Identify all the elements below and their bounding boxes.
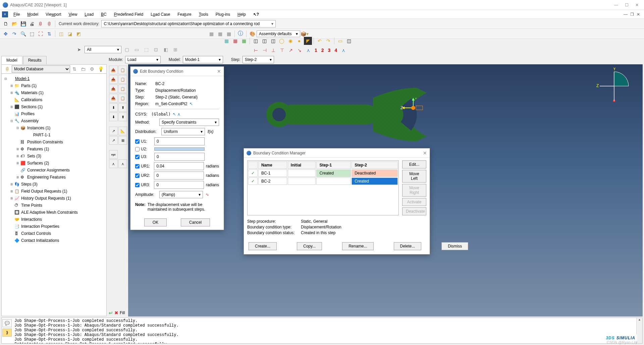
tree-expander-icon[interactable]: ⊞ xyxy=(16,147,20,151)
table-header[interactable]: Name xyxy=(258,161,287,169)
tree-tb3-icon[interactable]: ⚙ xyxy=(88,65,96,73)
tree-row[interactable]: ⊟🔧Assembly xyxy=(2,117,106,124)
menu-viewport[interactable]: Viewport xyxy=(42,11,65,18)
close-icon[interactable]: ✕ xyxy=(423,150,427,156)
r2-icon[interactable]: ▦ xyxy=(231,37,239,45)
bc-table[interactable]: NameInitialStep-1Step-2 ✓BC-1CreatedDeac… xyxy=(247,160,399,215)
toolbox-btn-4-0[interactable]: ⬇ xyxy=(109,103,118,112)
open-icon[interactable]: 📂 xyxy=(10,20,18,28)
pan-icon[interactable]: ✥ xyxy=(2,30,10,38)
close-icon[interactable]: ✕ xyxy=(217,69,221,74)
r11-icon[interactable]: ▭ xyxy=(336,37,344,45)
amplitude-plot-icon[interactable]: ∿ xyxy=(206,192,209,197)
mgr-moveleft-button[interactable]: Move Left xyxy=(402,170,426,183)
mdi-close-icon[interactable]: ✕ xyxy=(637,12,640,17)
iso-icon[interactable]: ◫ xyxy=(57,30,65,38)
tree-expander-icon[interactable]: ⊞ xyxy=(10,84,14,87)
tree-row[interactable]: ⊞⬛Sections (1) xyxy=(2,103,106,110)
dialog-titlebar[interactable]: Edit Boundary Condition ✕ xyxy=(130,67,224,76)
module-combo[interactable]: Load▾ xyxy=(125,56,161,63)
s5-icon[interactable]: ◧ xyxy=(162,46,170,54)
window-minimize-icon[interactable]: — xyxy=(614,3,618,7)
dof-check-1[interactable] xyxy=(135,147,140,151)
table-row[interactable]: ✓BC-2Created xyxy=(248,178,398,185)
tree-tb2-icon[interactable]: 🗀 xyxy=(79,65,87,73)
cancel-x-icon[interactable]: ✖ xyxy=(114,310,118,316)
log-info-icon[interactable]: 💬 xyxy=(2,319,12,327)
tree-expander-icon[interactable]: ⊞ xyxy=(10,183,14,186)
toolbox-btn-7-1[interactable]: 📐 xyxy=(118,127,127,135)
context-help-icon[interactable]: ↖? xyxy=(250,11,262,18)
tree-row[interactable]: 🔲ALE Adaptive Mesh Constraints xyxy=(2,209,106,216)
toolbox-btn-0-0[interactable]: 📥 xyxy=(109,66,118,74)
toolbox-btn-7-0[interactable]: ↗ xyxy=(109,127,118,135)
d2-icon[interactable]: ⊣ xyxy=(261,46,269,54)
toolbox-btn-5-0[interactable]: ⬇ xyxy=(109,113,118,121)
dof-check-2[interactable] xyxy=(135,155,140,159)
menu-feature[interactable]: Feature xyxy=(174,11,195,18)
tree-row[interactable]: ⊞📋Field Output Requests (1) xyxy=(2,188,106,195)
tree-expander-icon[interactable]: ⊞ xyxy=(10,105,14,109)
toolbox-btn-11-0[interactable]: ⋏ xyxy=(109,159,118,168)
table-header[interactable] xyxy=(248,161,258,169)
s3-icon[interactable]: ⬚ xyxy=(142,46,150,54)
toolbox-btn-1-0[interactable]: 📥 xyxy=(109,75,118,84)
toolbox-btn-5-1[interactable]: ⬆ xyxy=(118,113,127,121)
fx-icon[interactable]: f(x) xyxy=(208,129,213,134)
s2-icon[interactable]: ▭ xyxy=(132,46,141,54)
tree-db-combo[interactable]: Model Database xyxy=(12,65,70,73)
tree-expander-icon[interactable]: ⊞ xyxy=(16,161,20,165)
d3-icon[interactable]: ⊥ xyxy=(269,46,277,54)
tree-row[interactable]: ⊟📦Instances (1) xyxy=(2,124,106,131)
d8-icon[interactable]: ⋏ xyxy=(339,46,347,54)
dof-check-3[interactable] xyxy=(135,164,140,168)
r7-icon[interactable]: ◯ xyxy=(278,37,286,45)
print-icon[interactable]: 🖨 xyxy=(28,20,36,28)
menu-predefined-field[interactable]: Predefined Field xyxy=(111,11,147,18)
menu-plugins[interactable]: Plug-ins xyxy=(212,11,233,18)
toolbox-btn-11-1[interactable]: ⋏ xyxy=(118,159,127,168)
datum-2[interactable]: 2 xyxy=(319,48,326,53)
tree-row[interactable]: ⊞🟥Surfaces (2) xyxy=(2,159,106,166)
dof-field-1[interactable] xyxy=(154,147,205,151)
db2-icon[interactable]: 🛢 xyxy=(45,20,53,28)
tree-row[interactable]: 🔷Contact Initializations xyxy=(2,237,106,244)
menu-tools[interactable]: Tools xyxy=(196,11,212,18)
db-icon[interactable]: 🛢 xyxy=(37,20,45,28)
mgr-copy-button[interactable]: Copy... xyxy=(297,242,322,250)
rotate-icon[interactable]: ↷ xyxy=(10,30,18,38)
tree-expander-icon[interactable]: ⊟ xyxy=(10,119,14,123)
method-combo[interactable]: Specify Constraints▾ xyxy=(159,119,219,126)
tree-row[interactable]: ⊞📁Parts (1) xyxy=(2,82,106,89)
window-close-icon[interactable]: ✕ xyxy=(635,3,639,7)
r4-icon[interactable]: ◫ xyxy=(252,37,260,45)
s1-icon[interactable]: ▢ xyxy=(123,46,131,54)
table-header[interactable]: Step-1 xyxy=(316,161,351,169)
menu-model[interactable]: Model xyxy=(24,11,42,18)
r10-icon[interactable]: ◤ xyxy=(304,37,312,45)
r6-icon[interactable]: ◫ xyxy=(269,37,277,45)
save-icon[interactable]: 💾 xyxy=(19,20,27,28)
mdi-minimize-icon[interactable]: — xyxy=(624,12,628,17)
tree-row[interactable]: ⊞⚙Engineering Features xyxy=(2,174,106,181)
zoom-box-icon[interactable]: ⬚ xyxy=(28,30,36,38)
s6-icon[interactable]: ⊞ xyxy=(171,46,179,54)
new-icon[interactable]: 🗋 xyxy=(2,20,10,28)
toolbox-btn-10-0[interactable]: xyz xyxy=(109,150,118,159)
model-tree[interactable]: ⊟Model-1⊞📁Parts (1)⊞🔩Materials (1)📐Calib… xyxy=(1,74,107,316)
datum-4[interactable]: 4 xyxy=(332,48,339,53)
r8-icon[interactable]: ◉ xyxy=(286,37,294,45)
toolbox-btn-1-1[interactable]: 📋 xyxy=(118,75,127,84)
tree-expander-icon[interactable]: ⊞ xyxy=(10,190,14,193)
d7-icon[interactable]: ⋏ xyxy=(304,46,312,54)
d4-icon[interactable]: ⊤ xyxy=(278,46,286,54)
d6-icon[interactable]: ↘ xyxy=(296,46,304,54)
table-header[interactable]: Step-2 xyxy=(352,161,398,169)
dof-field-5[interactable]: 0 xyxy=(154,181,204,189)
mgr-create-button[interactable]: Create... xyxy=(249,242,277,250)
menu-view[interactable]: View xyxy=(65,11,81,18)
menu-load[interactable]: Load xyxy=(81,11,97,18)
step-combo[interactable]: Step-2▾ xyxy=(243,56,274,63)
tab-results[interactable]: Results xyxy=(23,56,47,64)
zoom-icon[interactable]: 🔍 xyxy=(19,30,27,38)
